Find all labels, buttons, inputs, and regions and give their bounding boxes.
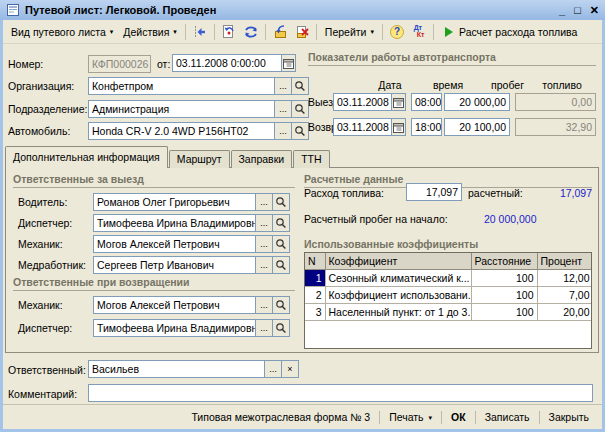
debit-credit-button[interactable]: ДтКт bbox=[408, 22, 430, 42]
ellipsis-button[interactable]: ... bbox=[256, 193, 273, 211]
print-button[interactable]: Печать▾ bbox=[380, 408, 441, 426]
clear-button[interactable]: × bbox=[282, 360, 299, 378]
open-button[interactable] bbox=[292, 77, 309, 95]
ellipsis-button[interactable]: ... bbox=[256, 214, 273, 232]
reread-button[interactable] bbox=[218, 22, 240, 42]
toolbar-separator bbox=[433, 24, 434, 40]
departure-time-field[interactable]: 08:00 bbox=[411, 93, 442, 111]
save-button[interactable]: Записать bbox=[476, 408, 539, 426]
cell-distance[interactable]: 100 bbox=[471, 286, 537, 303]
column-header-mileage: пробег bbox=[480, 79, 535, 91]
tab-refueling[interactable]: Заправки bbox=[231, 150, 293, 168]
return-time-field[interactable]: 18:00 bbox=[411, 118, 442, 136]
departure-date-field[interactable]: 03.11.2008 bbox=[333, 93, 406, 111]
comment-field[interactable] bbox=[88, 384, 593, 402]
calendar-button[interactable] bbox=[282, 54, 296, 72]
department-field[interactable]: Администрация... bbox=[88, 100, 309, 118]
cell-n[interactable]: 3 bbox=[305, 303, 325, 320]
cell-distance[interactable]: 100 bbox=[471, 303, 537, 320]
close-form-button[interactable]: Закрыть bbox=[540, 408, 598, 426]
return-mechanic-field[interactable]: Могов Алексей Петрович... bbox=[93, 296, 290, 314]
refresh-arrows-icon bbox=[243, 24, 259, 40]
cell-percent[interactable]: 12,00 bbox=[537, 269, 592, 286]
ellipsis-button[interactable]: ... bbox=[256, 256, 273, 274]
open-button[interactable] bbox=[292, 122, 309, 140]
calendar-button[interactable] bbox=[392, 118, 406, 136]
actions-menu[interactable]: Действия▾ bbox=[118, 23, 182, 41]
open-button[interactable] bbox=[292, 100, 309, 118]
header-coefficient[interactable]: Коэффициент bbox=[325, 253, 471, 269]
open-button[interactable] bbox=[273, 193, 290, 211]
ellipsis-button[interactable]: ... bbox=[256, 296, 273, 314]
open-button[interactable] bbox=[273, 235, 290, 253]
departure-mileage-field[interactable]: 20 000,00 bbox=[444, 93, 510, 111]
go-back-button[interactable] bbox=[189, 22, 211, 42]
run-icon bbox=[443, 26, 454, 38]
window-title: Путевой лист: Легковой. Проведен bbox=[25, 4, 554, 16]
calc-fuel-button[interactable]: Расчет расхода топлива bbox=[437, 24, 583, 40]
return-mechanic-label: Механик: bbox=[18, 296, 63, 314]
tab-ttn[interactable]: ТТН bbox=[293, 150, 329, 168]
ok-button[interactable]: ОК bbox=[442, 408, 475, 426]
open-button[interactable] bbox=[273, 296, 290, 314]
magnifier-icon bbox=[294, 103, 306, 115]
header-n[interactable]: N bbox=[305, 253, 325, 269]
cell-percent[interactable]: 20,00 bbox=[537, 303, 592, 320]
goto-menu[interactable]: Перейти▾ bbox=[320, 23, 379, 41]
cell-coefficient[interactable]: Населенный пункт: от 1 до 3... bbox=[325, 303, 471, 320]
vehicle-field[interactable]: Honda CR-V 2.0 4WD P156HT02... bbox=[88, 122, 309, 140]
open-button[interactable] bbox=[273, 319, 290, 337]
dispatcher-field[interactable]: Тимофеева Ирина Владимировна... bbox=[93, 214, 290, 232]
toolbar-separator bbox=[265, 24, 266, 40]
date-prefix-label: от: bbox=[157, 55, 170, 73]
magnifier-icon bbox=[294, 80, 306, 92]
cell-n[interactable]: 1 bbox=[305, 269, 325, 286]
ellipsis-button[interactable]: ... bbox=[256, 235, 273, 253]
header-percent[interactable]: Процент bbox=[537, 253, 592, 269]
copy-button[interactable] bbox=[240, 22, 262, 42]
departure-fuel-field: 0,00 bbox=[515, 93, 596, 111]
table-row[interactable]: 1 Сезонный климатический к... 100 12,00 bbox=[305, 269, 592, 286]
table-row[interactable]: 2 Коэффициент использовани... 100 7,00 bbox=[305, 286, 592, 303]
organization-field[interactable]: Конфетпром... bbox=[88, 77, 309, 95]
maximize-button[interactable]: □ bbox=[574, 4, 581, 17]
calendar-button[interactable] bbox=[392, 93, 406, 111]
cell-distance[interactable]: 100 bbox=[471, 269, 537, 286]
mechanic-field[interactable]: Могов Алексей Петрович... bbox=[93, 235, 290, 253]
window-controls: _ □ ✕ bbox=[559, 4, 599, 17]
close-button[interactable]: ✕ bbox=[590, 4, 599, 17]
comment-label: Комментарий: bbox=[8, 385, 77, 403]
fuel-consumption-field[interactable]: 17,097 bbox=[406, 183, 462, 201]
open-button[interactable] bbox=[273, 256, 290, 274]
ellipsis-button[interactable]: ... bbox=[275, 122, 292, 140]
ellipsis-button[interactable]: ... bbox=[265, 360, 282, 378]
ellipsis-button[interactable]: ... bbox=[256, 319, 273, 337]
ellipsis-button[interactable]: ... bbox=[275, 77, 292, 95]
column-header-time: время bbox=[425, 79, 471, 91]
return-dispatcher-field[interactable]: Тимофеева Ирина Владимировна... bbox=[93, 319, 290, 337]
return-mileage-field[interactable]: 20 100,00 bbox=[444, 118, 510, 136]
tab-route[interactable]: Маршрут bbox=[169, 150, 230, 168]
document-date-field[interactable]: 03.11.2008 0:00:00 bbox=[172, 54, 296, 72]
minimize-button[interactable]: _ bbox=[559, 4, 565, 17]
cell-n[interactable]: 2 bbox=[305, 286, 325, 303]
calculated-fuel-value: 17,097 bbox=[526, 184, 592, 202]
return-date-field[interactable]: 03.11.2008 bbox=[333, 118, 406, 136]
cell-percent[interactable]: 7,00 bbox=[537, 286, 592, 303]
responsible-field[interactable]: Васильев...× bbox=[88, 360, 299, 378]
standard-form-button[interactable]: Типовая межотраслевая форма № 3 bbox=[182, 408, 379, 426]
unpost-document-button[interactable] bbox=[291, 22, 313, 42]
view-type-menu[interactable]: Вид путевого листа▾ bbox=[6, 23, 118, 41]
cell-coefficient[interactable]: Сезонный климатический к... bbox=[325, 269, 471, 286]
open-button[interactable] bbox=[273, 214, 290, 232]
coefficients-table[interactable]: N Коэффициент Расстояние Процент 1 Сезон… bbox=[304, 252, 592, 349]
driver-field[interactable]: Романов Олег Григорьевич... bbox=[93, 193, 290, 211]
cell-coefficient[interactable]: Коэффициент использовани... bbox=[325, 286, 471, 303]
table-row[interactable]: 3 Населенный пункт: от 1 до 3... 100 20,… bbox=[305, 303, 592, 320]
tab-additional-info[interactable]: Дополнительная информация bbox=[5, 146, 168, 168]
medic-field[interactable]: Сергеев Петр Иванович... bbox=[93, 256, 290, 274]
help-button[interactable]: ? bbox=[386, 22, 408, 42]
header-distance[interactable]: Расстояние bbox=[471, 253, 537, 269]
ellipsis-button[interactable]: ... bbox=[275, 100, 292, 118]
post-document-button[interactable] bbox=[269, 22, 291, 42]
